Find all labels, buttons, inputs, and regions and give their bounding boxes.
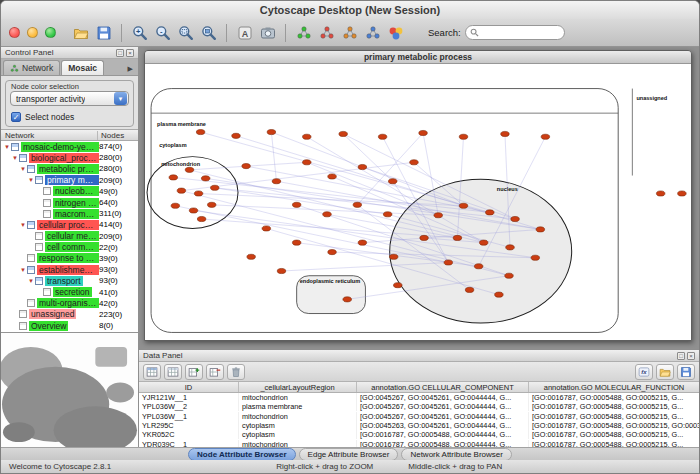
expand-arrow-icon[interactable]: ▼: [11, 155, 19, 161]
graph-node[interactable]: [536, 227, 544, 232]
graph-node[interactable]: [303, 160, 311, 165]
table-row[interactable]: YPL036W__1mitochondrion[GO:0045267, GO:0…: [139, 412, 699, 421]
expand-arrow-icon[interactable]: ▼: [19, 222, 27, 228]
graph-node[interactable]: [506, 245, 514, 250]
vizmapper-icon[interactable]: [385, 22, 406, 43]
birdseye-view[interactable]: [1, 332, 138, 447]
table-row[interactable]: YKR052Ccytoplasm[GO:0016787, GO:0005488,…: [139, 430, 699, 439]
graph-node[interactable]: [211, 185, 219, 190]
network-view-window[interactable]: primary metabolic process plasma membran…: [144, 50, 692, 341]
close-data-panel-button[interactable]: ×: [687, 352, 695, 360]
column-header-cellularlayoutregion[interactable]: _cellularLayoutRegion: [239, 382, 357, 392]
graph-node[interactable]: [328, 174, 336, 179]
graph-node[interactable]: [177, 188, 185, 193]
network-view-titlebar[interactable]: primary metabolic process: [145, 51, 691, 64]
graph-node[interactable]: [358, 240, 366, 245]
zoom-out-icon[interactable]: -: [152, 22, 173, 43]
graph-node[interactable]: [459, 203, 467, 208]
graph-node[interactable]: [185, 167, 193, 172]
graph-node[interactable]: [474, 264, 482, 269]
delete-attribute-icon[interactable]: [206, 364, 224, 380]
graph-node[interactable]: [394, 283, 402, 288]
graph-node[interactable]: [420, 235, 428, 240]
graph-node[interactable]: [292, 240, 300, 245]
graph-node[interactable]: [197, 216, 205, 221]
expand-arrow-icon[interactable]: ▼: [19, 267, 27, 273]
tree-item-cell-communicat[interactable]: cell communicat...22(0): [1, 242, 138, 253]
search-input[interactable]: [481, 28, 560, 38]
graph-node[interactable]: [465, 287, 473, 292]
tree-item-overview[interactable]: Overview8(0): [1, 320, 138, 331]
network-view-icon-1[interactable]: [293, 22, 314, 43]
tree-item-primary-metabo[interactable]: ▼primary metabo...209(0): [1, 175, 138, 186]
graph-node[interactable]: [388, 179, 396, 184]
snapshot-icon[interactable]: [257, 22, 278, 43]
network-view-icon-3[interactable]: [339, 22, 360, 43]
close-window-button[interactable]: [9, 27, 20, 38]
graph-node[interactable]: [353, 202, 361, 207]
graph-node[interactable]: [262, 226, 270, 231]
zoom-in-icon[interactable]: +: [129, 22, 150, 43]
annotation-icon[interactable]: A: [234, 22, 255, 43]
tab-network[interactable]: Network: [3, 60, 60, 75]
float-panel-button[interactable]: □: [116, 49, 124, 57]
expand-arrow-icon[interactable]: ▼: [27, 278, 35, 284]
graph-node[interactable]: [201, 176, 209, 181]
graph-node[interactable]: [358, 164, 366, 169]
table-row[interactable]: YLR295Ccytoplasm[GO:0045263, GO:0045261,…: [139, 421, 699, 430]
tab-scroll-right-button[interactable]: ▶: [125, 65, 136, 75]
expand-arrow-icon[interactable]: ▼: [3, 144, 11, 150]
new-attribute-icon[interactable]: [185, 364, 203, 380]
node-color-dropdown[interactable]: transporter activity ▼: [10, 91, 129, 106]
graph-node[interactable]: [389, 254, 397, 259]
graph-node[interactable]: [453, 235, 461, 240]
tree-item-biological-process[interactable]: ▼biological_process280(0): [1, 152, 138, 163]
zoom-selected-icon[interactable]: [175, 22, 196, 43]
graph-node[interactable]: [303, 134, 311, 139]
tab-node-attribute-browser[interactable]: Node Attribute Browser: [188, 448, 296, 461]
network-view-icon-2[interactable]: [316, 22, 337, 43]
graph-node[interactable]: [343, 297, 351, 302]
tree-item-mosaic-demo-yeast[interactable]: ▼mosaic-demo-yeast874(0): [1, 141, 138, 152]
graph-node[interactable]: [323, 212, 331, 217]
graph-node[interactable]: [501, 131, 509, 136]
tree-item-cellular-metabo[interactable]: cellular metabo...209(0): [1, 231, 138, 242]
graph-node[interactable]: [339, 131, 347, 136]
float-data-panel-button[interactable]: □: [677, 352, 685, 360]
graph-node[interactable]: [505, 273, 513, 278]
tree-column-nodes[interactable]: Nodes: [98, 131, 138, 140]
graph-node[interactable]: [434, 213, 442, 218]
tree-item-secretion[interactable]: secretion41(0): [1, 286, 138, 297]
graph-node[interactable]: [328, 250, 336, 255]
table-row[interactable]: YJR121W__1mitochondrion[GO:0045267, GO:0…: [139, 393, 699, 402]
graph-node[interactable]: [267, 130, 275, 135]
graph-node[interactable]: [242, 164, 250, 169]
select-attributes-icon[interactable]: [143, 364, 161, 380]
export-table-icon[interactable]: [677, 364, 695, 380]
tree-item-transport[interactable]: ▼transport93(0): [1, 275, 138, 286]
tree-item-nitrogen-compo[interactable]: nitrogen compo...64(0): [1, 197, 138, 208]
graph-node[interactable]: [419, 130, 427, 135]
trash-icon[interactable]: [227, 364, 245, 380]
tab-edge-attribute-browser[interactable]: Edge Attribute Browser: [299, 448, 399, 461]
tree-item-response-to-stimu[interactable]: response to stimu...39(0): [1, 253, 138, 264]
tree-item-establishment-of[interactable]: ▼establishment of...93(0): [1, 264, 138, 275]
maximize-window-button[interactable]: [45, 27, 56, 38]
open-session-icon[interactable]: [70, 22, 91, 43]
tree-item-nucleobase[interactable]: nucleobase...49(0): [1, 186, 138, 197]
graph-node[interactable]: [272, 179, 280, 184]
graph-node[interactable]: [194, 191, 202, 196]
expand-arrow-icon[interactable]: ▼: [19, 166, 27, 172]
graph-node[interactable]: [378, 134, 386, 139]
tab-mosaic[interactable]: Mosaic: [61, 60, 104, 75]
graph-node[interactable]: [495, 292, 503, 297]
column-header-annotation-go-molecular-function[interactable]: annotation.GO MOLECULAR_FUNCTION: [529, 382, 699, 392]
graph-node[interactable]: [444, 260, 452, 265]
graph-node[interactable]: [486, 210, 494, 215]
search-field[interactable]: [465, 25, 565, 40]
graph-node[interactable]: [207, 202, 215, 207]
table-row[interactable]: YPL036W__2plasma membrane[GO:0045267, GO…: [139, 402, 699, 411]
graph-node[interactable]: [292, 202, 300, 207]
unselect-attributes-icon[interactable]: [164, 364, 182, 380]
tree-item-unassigned[interactable]: unassigned223(0): [1, 309, 138, 320]
